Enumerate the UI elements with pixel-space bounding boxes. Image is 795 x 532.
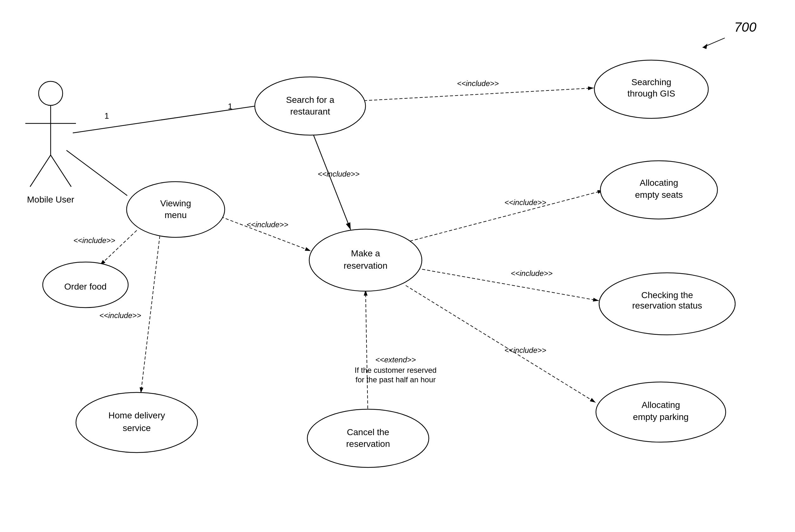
cancel-reservation-ellipse xyxy=(307,409,429,468)
viewing-home-label: <<include>> xyxy=(99,311,141,320)
search-label-line1: Search for a xyxy=(286,95,335,105)
viewing-order-line xyxy=(100,230,137,265)
home-delivery-label-1: Home delivery xyxy=(109,411,165,420)
multiplicity-actor: 1 xyxy=(105,111,109,120)
home-delivery-label-2: service xyxy=(123,423,151,433)
home-delivery-ellipse xyxy=(76,393,197,453)
viewing-order-label: <<include>> xyxy=(73,236,115,245)
viewing-menu-ellipse xyxy=(127,182,225,238)
viewing-home-line xyxy=(141,236,160,393)
make-reservation-ellipse xyxy=(309,229,422,291)
check-status-label-1: Checking the xyxy=(641,290,693,300)
alloc-seats-label-2: empty seats xyxy=(635,190,683,200)
extend-label: <<extend>> xyxy=(375,356,416,364)
order-food-label: Order food xyxy=(64,282,107,291)
diagram-number: 700 xyxy=(734,20,757,35)
check-status-label-2: reservation status xyxy=(632,301,702,310)
search-make-label: <<include>> xyxy=(318,170,360,178)
svg-line-5 xyxy=(30,155,51,187)
svg-point-2 xyxy=(39,81,63,106)
alloc-seats-label-1: Allocating xyxy=(640,178,678,188)
make-reservation-label-1: Make a xyxy=(351,248,380,258)
alloc-parking-label-1: Allocating xyxy=(642,400,680,410)
extend-condition-1: If the customer reserved xyxy=(355,366,437,374)
make-seats-label: <<include>> xyxy=(505,198,546,207)
make-status-line xyxy=(417,268,599,301)
make-status-label: <<include>> xyxy=(511,269,553,278)
search-make-line xyxy=(313,133,351,230)
viewing-make-label: <<include>> xyxy=(247,220,288,229)
make-parking-label: <<include>> xyxy=(505,346,546,355)
multiplicity-search: 1 xyxy=(228,101,232,111)
searching-gis-label-1: Searching xyxy=(631,77,671,87)
diagram-container: 700 1 1 <<include>> <<include>> <<includ… xyxy=(0,0,795,532)
searching-gis-label-2: through GIS xyxy=(628,89,675,98)
search-label-line2: restaurant xyxy=(290,107,330,116)
svg-line-6 xyxy=(51,155,71,187)
cancel-make-line xyxy=(365,290,368,408)
search-gis-label: <<include>> xyxy=(457,79,499,88)
cancel-reservation-label-2: reservation xyxy=(346,439,390,449)
mobile-user-label: Mobile User xyxy=(27,195,74,205)
cancel-reservation-label-1: Cancel the xyxy=(347,427,389,437)
viewing-menu-label-1: Viewing xyxy=(160,198,191,208)
svg-marker-1 xyxy=(703,44,707,49)
actor-viewing-line xyxy=(67,150,127,195)
search-ellipse xyxy=(255,77,365,135)
extend-condition-2: for the past half an hour xyxy=(355,375,436,384)
make-reservation-label-2: reservation xyxy=(344,261,388,271)
alloc-parking-label-2: empty parking xyxy=(633,412,689,422)
search-gis-line xyxy=(364,88,594,101)
viewing-menu-label-2: menu xyxy=(165,210,187,220)
mobile-user-actor: Mobile User xyxy=(25,81,76,205)
make-parking-line xyxy=(406,285,595,402)
